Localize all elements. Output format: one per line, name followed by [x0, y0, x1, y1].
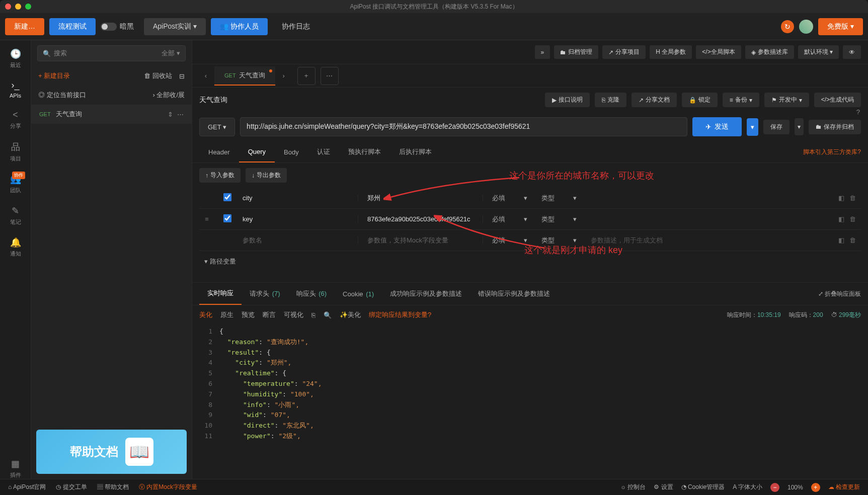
param-name-input[interactable]: [243, 194, 353, 202]
api-list-item[interactable]: GET 天气查询 ⇕ ⋯: [31, 105, 192, 124]
global-param-button[interactable]: H 全局参数: [650, 45, 692, 59]
type-select[interactable]: 类型 ▾: [536, 215, 582, 224]
tab-post-script[interactable]: 后执行脚本: [390, 141, 441, 162]
path-variables-section[interactable]: ▾ 路径变量: [192, 251, 868, 272]
footer-update[interactable]: ☁ 检查更新: [828, 483, 860, 491]
param-name-input[interactable]: [243, 215, 353, 223]
param-name-input[interactable]: [243, 236, 353, 244]
clone-button[interactable]: ⎘ 克隆: [595, 93, 626, 107]
eye-icon[interactable]: 👁: [843, 45, 861, 59]
cube-icon[interactable]: ◧: [838, 236, 844, 244]
bind-result-link[interactable]: 绑定响应结果到变量?: [369, 310, 431, 319]
tab-query[interactable]: Query: [239, 142, 275, 162]
close-window-icon[interactable]: [5, 4, 11, 10]
tab-menu-button[interactable]: ⋯: [321, 67, 339, 85]
share-doc-button[interactable]: ↗ 分享文档: [632, 93, 677, 107]
rtool-beautify2[interactable]: ✨美化: [340, 310, 361, 319]
resp-tab-realtime[interactable]: 实时响应: [199, 283, 242, 305]
param-value-input[interactable]: [367, 194, 478, 202]
tab-header[interactable]: Header: [199, 142, 239, 162]
nav-note[interactable]: ✎笔记: [10, 205, 21, 226]
tab-pre-script[interactable]: 预执行脚本: [339, 141, 390, 162]
param-desc-placeholder[interactable]: 参数描述，用于生成文档: [586, 236, 827, 245]
param-value-input[interactable]: [367, 215, 478, 223]
collapse-response-button[interactable]: ⤢ 折叠响应面板: [818, 290, 861, 298]
avatar[interactable]: [799, 20, 813, 34]
delete-icon[interactable]: 🗑: [849, 215, 856, 223]
rtool-visual[interactable]: 可视化: [284, 310, 303, 319]
delete-icon[interactable]: 🗑: [849, 194, 856, 202]
search-filter[interactable]: 全部 ▾: [162, 49, 180, 58]
toggle-switch-icon[interactable]: [101, 23, 117, 31]
save-archive-button[interactable]: 🖿 保存并归档: [809, 120, 861, 134]
method-select[interactable]: GET ▾: [199, 118, 235, 136]
global-script-button[interactable]: </>全局脚本: [696, 45, 741, 59]
recycle-button[interactable]: 🗑 回收站: [144, 71, 172, 80]
dark-mode-toggle[interactable]: 暗黑: [101, 22, 134, 31]
expand-all-button[interactable]: › 全部收/展: [152, 91, 185, 100]
search-resp-icon[interactable]: 🔍: [324, 311, 332, 319]
tab-auth[interactable]: 认证: [308, 141, 339, 162]
delete-icon[interactable]: 🗑: [849, 236, 856, 244]
footer-cookie[interactable]: ◔ Cookie管理器: [681, 483, 725, 491]
rtool-assert[interactable]: 断言: [263, 310, 276, 319]
tab-next-icon[interactable]: ›: [275, 67, 292, 85]
sort-icon[interactable]: ⇕: [168, 111, 173, 118]
collab-button[interactable]: 👥 协作人员: [211, 18, 268, 35]
new-dir-button[interactable]: + 新建目录: [38, 71, 137, 80]
tab-prev-icon[interactable]: ‹: [197, 67, 214, 85]
help-card[interactable]: 帮助文档 📖: [36, 430, 187, 474]
new-button[interactable]: 新建…: [5, 18, 44, 35]
export-params-button[interactable]: ↓ 导出参数: [246, 168, 287, 183]
rtool-beautify[interactable]: 美化: [199, 310, 212, 319]
save-button[interactable]: 保存: [763, 120, 790, 134]
add-tab-button[interactable]: +: [297, 67, 315, 85]
archive-mgmt-button[interactable]: 🖿 归档管理: [554, 45, 598, 59]
json-response-body[interactable]: 1{2 "reason": "查询成功!",3 "result": {4 "ci…: [192, 324, 868, 479]
send-button[interactable]: ✈ 发送: [692, 117, 742, 136]
footer-help[interactable]: ▤ 帮助文档: [97, 483, 129, 491]
resp-tab-error[interactable]: 错误响应示例及参数描述: [470, 283, 558, 304]
default-env-button[interactable]: 默认环境 ▾: [798, 45, 839, 59]
sync-icon[interactable]: ↻: [781, 20, 794, 33]
minimize-window-icon[interactable]: [15, 4, 21, 10]
nav-plugin[interactable]: ▦插件: [10, 458, 21, 479]
flow-test-button[interactable]: 流程测试: [49, 18, 96, 35]
upgrade-button[interactable]: 免费版 ▾: [818, 18, 863, 35]
backup-button[interactable]: ≡ 备份 ▾: [723, 93, 759, 107]
resp-tab-success[interactable]: 成功响应示例及参数描述: [382, 283, 470, 304]
param-value-input[interactable]: [367, 236, 478, 244]
rtool-raw[interactable]: 原生: [220, 310, 233, 319]
status-button[interactable]: ⚑ 开发中 ▾: [764, 93, 809, 107]
resp-tab-resp-header[interactable]: 响应头 (6): [288, 283, 335, 304]
copy-icon[interactable]: ⎘: [311, 311, 315, 319]
lock-button[interactable]: 🔒 锁定: [682, 93, 718, 107]
tab-body[interactable]: Body: [275, 142, 308, 162]
required-select[interactable]: 必填 ▾: [487, 194, 532, 203]
nav-team[interactable]: 协作👥团队: [10, 174, 21, 194]
footer-ticket[interactable]: ◷ 提交工单: [56, 483, 87, 491]
nav-recent[interactable]: 🕒最近: [10, 48, 21, 69]
type-select[interactable]: 类型 ▾: [536, 236, 582, 245]
zoom-in-icon[interactable]: +: [811, 483, 820, 492]
search-input[interactable]: 🔍 搜索 全部 ▾: [37, 45, 186, 61]
expand-icon[interactable]: »: [535, 45, 550, 59]
resp-tab-req-header[interactable]: 请求头 (7): [242, 283, 288, 304]
nav-project[interactable]: 品项目: [10, 141, 21, 162]
footer-site[interactable]: ⌂ ApiPost官网: [8, 483, 46, 491]
required-select[interactable]: 必填 ▾: [487, 236, 532, 245]
resp-tab-cookie[interactable]: Cookie (1): [335, 284, 382, 304]
type-select[interactable]: 类型 ▾: [536, 194, 582, 203]
required-select[interactable]: 必填 ▾: [487, 215, 532, 224]
footer-font[interactable]: A 字体大小: [733, 483, 762, 491]
import-params-button[interactable]: ↑ 导入参数: [199, 168, 241, 183]
rtool-preview[interactable]: 预览: [242, 310, 255, 319]
maximize-window-icon[interactable]: [25, 4, 31, 10]
cube-icon[interactable]: ◧: [838, 215, 844, 223]
drag-handle-icon[interactable]: ≡: [199, 215, 214, 223]
param-lib-button[interactable]: ◈ 参数描述库: [745, 45, 794, 59]
param-checkbox[interactable]: [223, 214, 231, 222]
collapse-icon[interactable]: ⊟: [179, 72, 185, 80]
footer-mock[interactable]: Ⓥ 内置Mock字段变量: [139, 483, 197, 491]
script-lib-link[interactable]: 脚本引入第三方类库?: [803, 148, 861, 156]
